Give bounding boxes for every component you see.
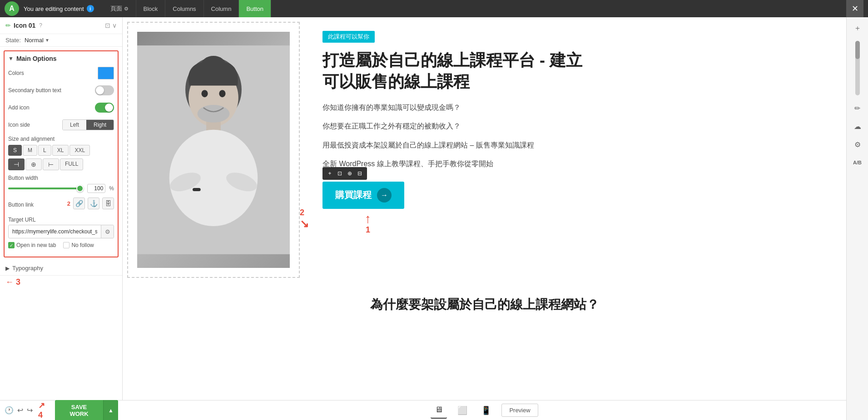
button-wrapper: + ⊡ ⊕ ⊟ 購買課程 → [322,182,404,209]
svg-point-8 [198,105,230,123]
save-work-button[interactable]: SAVE WORK [55,400,103,420]
annotation-2-arrow: ↘ [300,217,309,230]
icon-side-right-btn[interactable]: Right [86,120,114,130]
scrollbar-track [855,41,860,95]
url-settings-btn[interactable]: ⚙ [101,225,114,238]
add-icon-toggle-knob [105,104,113,112]
nav-page[interactable]: 頁面 ⚙ [103,0,136,17]
icon-side-label: Icon side [8,122,30,128]
state-dropdown[interactable]: Normal ▼ [25,37,50,44]
size-s-btn[interactable]: S [8,145,22,156]
right-gear-icon[interactable]: ⚙ [850,137,865,152]
annotation-2: 2 [300,208,304,217]
align-right-btn[interactable]: ⊢ [43,158,59,170]
buy-button-arrow-icon: → [377,188,392,203]
align-center-btn[interactable]: ⊕ [25,158,42,170]
size-xxl-btn[interactable]: XXL [69,145,90,156]
toolbar-link-icon[interactable]: ⊕ [345,169,354,178]
undo-icon[interactable]: ↩ [17,406,23,415]
svg-point-9 [201,90,208,97]
logo[interactable]: A [5,1,19,16]
add-icon-label: Add icon [8,104,30,111]
align-left-btn[interactable]: ⊣ [8,158,25,170]
button-link-label: Button link [8,202,34,208]
buy-button[interactable]: 購買課程 → [322,182,404,209]
toolbar-copy-icon[interactable]: ⊡ [335,169,344,178]
portrait-column [127,22,300,278]
secondary-button-toggle[interactable] [95,85,114,95]
nav-button[interactable]: Button [239,0,271,17]
toggle-knob [96,86,104,94]
secondary-button-text-row: Secondary button text [8,84,114,97]
preview-button[interactable]: Preview [501,404,538,417]
no-follow-checkbox[interactable]: No follow [63,242,94,248]
color-swatch[interactable] [98,67,114,79]
icon-side-left-btn[interactable]: Left [63,120,86,130]
gear-icon: ⚙ [124,6,129,12]
button-width-slider[interactable] [8,188,84,189]
bottom-bar: 🕐 ↩ ↪ ↗ 4 SAVE WORK ▲ [0,400,123,420]
clock-icon[interactable]: 🕐 [5,406,14,415]
state-label: State: [5,37,21,44]
typography-section[interactable]: ▶ Typography [0,261,122,276]
desktop-device-btn[interactable]: 🖥 [431,402,447,419]
link-anchor-btn[interactable]: ⚓ [88,198,99,209]
state-row: State: Normal ▼ [0,34,122,47]
link-db-btn[interactable]: 🗄 [102,198,114,209]
redo-icon[interactable]: ↪ [27,406,33,415]
right-cloud-icon[interactable]: ☁ [850,119,865,133]
section-chevron-icon: ▼ [8,55,14,62]
typography-chevron-icon: ▶ [5,265,10,272]
buy-button-text: 購買課程 [335,189,372,201]
open-new-tab-checkbox[interactable]: ✓ Open in new tab [8,242,56,248]
state-chevron-icon: ▼ [45,38,50,43]
open-new-tab-label: Open in new tab [16,242,56,248]
main-options-header[interactable]: ▼ Main Options [8,55,114,62]
size-xl-btn[interactable]: XL [52,145,69,156]
main-options-section: ▼ Main Options Colors Secondary button t… [4,50,119,257]
save-dropdown-button[interactable]: ▲ [103,400,118,420]
save-btn-group: SAVE WORK ▲ [55,400,118,420]
right-pencil-icon[interactable]: ✏ [850,101,865,115]
target-url-input[interactable] [9,226,101,237]
size-m-btn[interactable]: M [23,145,37,156]
button-width-label: Button width [8,175,114,181]
link-icon-btn[interactable]: 🔗 [73,198,85,209]
content-column: 此課程可以幫你 打造屬於自己的線上課程平台 - 建立可以販售的線上課程 你知道你… [304,17,846,282]
button-width-value[interactable]: 100 [87,184,105,193]
panel-copy-icon[interactable]: ⊡ ∨ [105,22,117,29]
toolbar-delete-icon[interactable]: ⊟ [355,169,364,178]
top-bar: A You are editing content i 頁面 ⚙ Block C… [0,0,868,17]
link-badge: 2 [67,200,70,207]
right-ab-icon[interactable]: A/B [850,155,865,170]
button-link-row: Button link 2 🔗 ⚓ 🗄 [8,198,114,212]
svg-point-10 [219,90,225,97]
tablet-device-btn[interactable]: ⬜ [454,402,471,419]
add-icon-toggle[interactable] [95,103,114,113]
bottom-toolbar: 🖥 ⬜ 📱 Preview [123,400,846,420]
annotation-3: ← 3 [5,277,20,287]
align-full-btn[interactable]: FULL [60,158,83,170]
annotation-3-area: ← 3 [0,276,122,289]
nav-column[interactable]: Column [204,0,239,17]
nav-block[interactable]: Block [136,0,166,17]
mobile-device-btn[interactable]: 📱 [478,402,494,419]
size-l-btn[interactable]: L [38,145,51,156]
size-group: S M L XL XXL [8,145,114,156]
scrollbar-thumb[interactable] [855,41,860,59]
slider-row: 100 % [8,184,114,193]
right-sidebar: ＋ ✏ ☁ ⚙ A/B [846,17,868,420]
nav-columns[interactable]: Columns [165,0,203,17]
slider-thumb[interactable] [76,185,84,192]
url-row: ⚙ [8,225,114,238]
no-follow-label: No follow [71,242,94,248]
info-icon[interactable]: i [87,5,94,12]
size-alignment-section: Size and alignment S M L XL XXL ⊣ ⊕ ⊢ FU… [8,136,114,170]
right-plus-icon[interactable]: ＋ [850,21,865,35]
button-toolbar: + ⊡ ⊕ ⊟ [322,167,367,180]
svg-rect-11 [193,188,201,191]
pen-icon: ✏ [5,22,11,29]
annotation-1-area: ↑ 1 [322,212,413,235]
topbar-close-button[interactable]: ✕ [846,0,863,17]
toolbar-plus-icon[interactable]: + [325,169,334,178]
